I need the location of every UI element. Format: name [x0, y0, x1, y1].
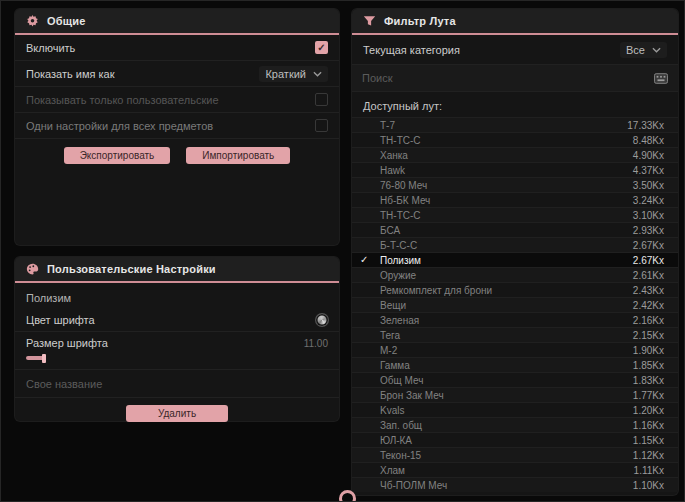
loot-item-count: 17.33Kx	[627, 120, 664, 131]
loot-item-name: Ремкомплект для брони	[380, 285, 492, 296]
loot-item-count: 1.11Kx	[634, 465, 664, 476]
loot-list-item[interactable]: М-2 1.90Kx	[352, 342, 678, 357]
chevron-down-icon	[313, 71, 322, 77]
loot-list-item[interactable]: Kvals 1.20Kx	[352, 402, 678, 417]
same-settings-checkbox[interactable]	[315, 119, 328, 132]
loot-item-count: 1.10Kx	[633, 480, 664, 491]
loot-list-item[interactable]: Нб-БК Меч 3.24Kx	[352, 192, 678, 207]
loot-item-name: Kvals	[380, 405, 404, 416]
export-import-row: Экспортировать Импортировать	[15, 139, 339, 170]
search-input[interactable]	[362, 72, 654, 84]
loot-list-item[interactable]: Б-Т-С-С 2.67Kx	[352, 237, 678, 252]
loot-item-name: Общ Меч	[380, 375, 423, 386]
loot-item-count: 2.42Kx	[633, 300, 664, 311]
pink-ring-decoration	[339, 490, 356, 502]
general-panel-title: Общие	[47, 15, 86, 27]
selected-item-name: Полизим	[15, 283, 339, 308]
loot-list-item[interactable]: Оружие 2.61Kx	[352, 267, 678, 282]
loot-item-name: ТН-ТС-С	[380, 210, 421, 221]
loot-list-item[interactable]: Т-7 17.33Kx	[352, 117, 678, 132]
font-size-label: Размер шрифта	[26, 337, 108, 349]
loot-list-item[interactable]: Зеленая 2.16Kx	[352, 312, 678, 327]
loot-list-item[interactable]: Вещи 2.42Kx	[352, 297, 678, 312]
category-label: Текущая категория	[363, 44, 460, 56]
show-name-row: Показать имя как Краткий	[15, 61, 339, 87]
show-name-select[interactable]: Краткий	[259, 66, 328, 82]
loot-item-name: Т-7	[380, 120, 395, 131]
loot-filter-header: Фильтр Лута	[352, 9, 678, 35]
custom-settings-title: Пользовательские Настройки	[47, 263, 216, 275]
font-size-row: Размер шрифта 11.00	[26, 332, 328, 354]
enable-checkbox[interactable]: ✓	[315, 41, 328, 54]
loot-list-item[interactable]: ✓ Полизим 2.67Kx	[352, 252, 678, 267]
loot-list-item[interactable]: БСА 2.93Kx	[352, 222, 678, 237]
loot-item-name: Чб-ПОЛМ Меч	[380, 480, 447, 491]
loot-list-item[interactable]: Хлам 1.11Kx	[352, 462, 678, 477]
loot-item-name: 76-80 Меч	[380, 180, 427, 191]
loot-item-count: 8.48Kx	[633, 135, 664, 146]
only-custom-label: Показывать только пользовательские	[26, 94, 219, 106]
loot-item-count: 2.93Kx	[633, 225, 664, 236]
loot-item-count: 1.90Kx	[633, 345, 664, 356]
selected-check-icon: ✓	[360, 254, 368, 265]
loot-list-item[interactable]: 76-80 Меч 3.50Kx	[352, 177, 678, 192]
loot-item-name: Гамма	[380, 360, 410, 371]
import-button[interactable]: Импортировать	[186, 147, 290, 164]
loot-list-item[interactable]: ТН-ТС-С 8.48Kx	[352, 132, 678, 147]
font-color-label: Цвет шрифта	[26, 314, 95, 326]
loot-list-item[interactable]: Брон Зак Меч 1.77Kx	[352, 387, 678, 402]
loot-item-name: ТН-ТС-С	[380, 135, 421, 146]
loot-list-item[interactable]: Тега 2.15Kx	[352, 327, 678, 342]
font-size-value: 11.00	[304, 338, 328, 349]
loot-list-item[interactable]: Текон-15 1.12Kx	[352, 447, 678, 462]
slider-handle[interactable]	[42, 354, 46, 363]
enable-row: Включить ✓	[15, 35, 339, 61]
general-panel-header: Общие	[15, 9, 339, 35]
show-name-select-value: Краткий	[265, 68, 306, 80]
custom-name-input[interactable]	[26, 378, 328, 390]
color-wheel-icon[interactable]	[316, 314, 328, 326]
available-loot-label: Доступный лут:	[352, 92, 678, 117]
loot-item-name: Ханка	[380, 150, 408, 161]
palette-icon	[26, 263, 39, 276]
custom-settings-panel: Пользовательские Настройки Полизим Цвет …	[15, 257, 339, 421]
loot-item-name: Зеленая	[380, 315, 419, 326]
font-color-row: Цвет шрифта	[15, 308, 339, 332]
slider-fill	[26, 356, 42, 360]
loot-item-name: ЮЛ-КА	[380, 435, 412, 446]
loot-list-item[interactable]: ТН-ТС-С 3.10Kx	[352, 207, 678, 222]
loot-list-item[interactable]: ЮЛ-КА 1.15Kx	[352, 432, 678, 447]
loot-list-item[interactable]: Hawk 4.37Kx	[352, 162, 678, 177]
loot-filter-panel: Фильтр Лута Текущая категория Все Доступ…	[352, 9, 678, 495]
same-settings-row: Одни настройки для всех предметов	[15, 113, 339, 139]
font-size-slider[interactable]	[26, 354, 328, 362]
only-custom-checkbox[interactable]	[315, 93, 328, 106]
loot-item-count: 1.12Kx	[633, 450, 664, 461]
loot-list-item[interactable]: Зап. общ 1.16Kx	[352, 417, 678, 432]
category-select[interactable]: Все	[620, 42, 667, 58]
loot-list-item[interactable]: Чб-ПОЛМ Меч 1.10Kx	[352, 477, 678, 492]
loot-list-item[interactable]: Гамма 1.85Kx	[352, 357, 678, 372]
loot-filter-title: Фильтр Лута	[384, 15, 456, 27]
custom-settings-header: Пользовательские Настройки	[15, 257, 339, 283]
loot-item-count: 1.15Kx	[633, 435, 664, 446]
loot-item-count: 4.90Kx	[633, 150, 664, 161]
general-panel: Общие Включить ✓ Показать имя как Кратки…	[15, 9, 339, 245]
custom-name-row	[15, 370, 339, 398]
loot-item-count: 1.85Kx	[633, 360, 664, 371]
loot-item-count: 2.15Kx	[633, 330, 664, 341]
loot-item-count: 1.77Kx	[633, 390, 664, 401]
loot-item-count: 2.67Kx	[633, 240, 664, 251]
loot-item-name: Зап. общ	[380, 420, 422, 431]
loot-list-item[interactable]: Ремкомплект для брони 2.43Kx	[352, 282, 678, 297]
only-custom-row: Показывать только пользовательские	[15, 87, 339, 113]
loot-item-count: 2.43Kx	[633, 285, 664, 296]
loot-item-count: 2.61Kx	[633, 270, 664, 281]
loot-list-item[interactable]: Общ Меч 1.83Kx	[352, 372, 678, 387]
delete-button[interactable]: Удалить	[126, 405, 228, 422]
keyboard-icon[interactable]	[654, 73, 668, 84]
loot-item-name: Б-Т-С-С	[380, 240, 417, 251]
category-select-value: Все	[626, 44, 645, 56]
export-button[interactable]: Экспортировать	[64, 147, 171, 164]
loot-list-item[interactable]: Ханка 4.90Kx	[352, 147, 678, 162]
